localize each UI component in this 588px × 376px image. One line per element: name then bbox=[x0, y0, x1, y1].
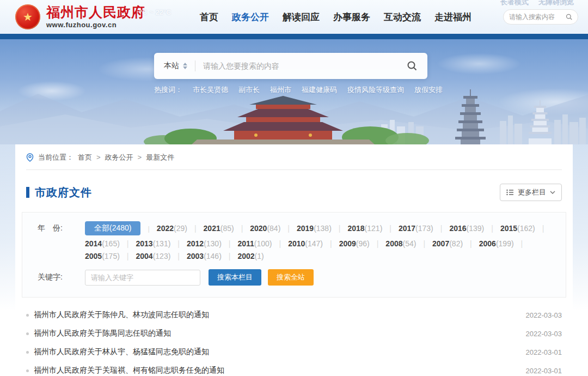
year-filter-2008[interactable]: 2008(54) bbox=[385, 239, 432, 248]
national-emblem-icon: ★ bbox=[15, 4, 40, 29]
page: °C ~ 22°C 长者模式 无障碍浏览 ★ 福州市人民政府 www.fuzho… bbox=[0, 0, 588, 376]
year-label: 年 份: bbox=[38, 223, 85, 233]
more-columns-button[interactable]: 更多栏目 bbox=[500, 184, 562, 201]
content-area: 当前位置： 首页 政务公开 最新文件 市政府文件 bbox=[0, 144, 588, 376]
filter-panel: 年 份: 全部(2480) 2022(29) 2021(85) 2020(84)… bbox=[22, 212, 566, 298]
banner-search-box[interactable]: 本站 bbox=[154, 53, 427, 79]
nav-item-about-fuzhou[interactable]: 走进福州 bbox=[434, 11, 471, 23]
site-url: www.fuzhou.gov.cn bbox=[46, 21, 145, 29]
hot-word[interactable]: 放假安排 bbox=[414, 85, 443, 95]
document-link[interactable]: 福州市人民政府关于林从宇、杨猛猛同志免职的通知 bbox=[34, 347, 209, 357]
quick-links: 长者模式 无障碍浏览 bbox=[500, 0, 574, 7]
breadcrumb-home[interactable]: 首页 bbox=[78, 153, 92, 162]
site-name: 福州市人民政府 bbox=[46, 5, 145, 19]
nav-item-gov-disclosure[interactable]: 政务公开 bbox=[232, 11, 269, 23]
year-filter-2002[interactable]: 2002(1) bbox=[237, 252, 264, 260]
year-filter-2014[interactable]: 2014(165) bbox=[85, 239, 136, 248]
page-title: 市政府文件 bbox=[26, 185, 92, 200]
year-filter-2004[interactable]: 2004(123) bbox=[136, 252, 186, 260]
keyword-label: 关键字: bbox=[38, 272, 85, 282]
year-filter-2018[interactable]: 2018(121) bbox=[347, 224, 398, 233]
search-icon[interactable] bbox=[566, 13, 573, 21]
breadcrumb-gov-disclosure[interactable]: 政务公开 bbox=[92, 153, 133, 162]
title-bar-accent bbox=[26, 187, 29, 198]
document-date: 2022-03-01 bbox=[526, 367, 562, 375]
hot-word[interactable]: 福建健康码 bbox=[302, 85, 337, 95]
chevron-down-icon bbox=[550, 191, 555, 194]
document-date: 2022-03-01 bbox=[526, 348, 562, 356]
year-filter-2003[interactable]: 2003(146) bbox=[187, 252, 237, 260]
year-filter-2015[interactable]: 2015(162) bbox=[500, 224, 551, 233]
document-link[interactable]: 福州市人民政府关于陈禺同志任职的通知 bbox=[34, 329, 171, 338]
hot-word[interactable]: 福州市 bbox=[270, 85, 291, 95]
document-list: 福州市人民政府关于陈仲凡、林功波同志任职的通知 2022-03-03 福州市人民… bbox=[15, 298, 573, 376]
accessibility-link[interactable]: 无障碍浏览 bbox=[538, 0, 574, 7]
bullet-icon bbox=[26, 369, 29, 372]
main-nav: 首页 政务公开 解读回应 办事服务 互动交流 走进福州 bbox=[200, 11, 471, 23]
year-filter-2006[interactable]: 2006(199) bbox=[479, 239, 530, 248]
list-icon bbox=[506, 189, 514, 196]
nav-item-home[interactable]: 首页 bbox=[200, 11, 218, 23]
banner-search-input[interactable] bbox=[203, 62, 407, 70]
year-filter-2011[interactable]: 2011(100) bbox=[237, 239, 288, 248]
year-filter-2021[interactable]: 2021(85) bbox=[204, 224, 250, 233]
search-site-button[interactable]: 搜索全站 bbox=[268, 269, 314, 286]
year-filter-all[interactable]: 全部(2480) bbox=[85, 221, 140, 235]
document-date: 2022-03-03 bbox=[526, 311, 562, 319]
year-filter-2022[interactable]: 2022(29) bbox=[157, 224, 204, 233]
hot-search-label: 热搜词： bbox=[154, 85, 182, 95]
document-row: 福州市人民政府关于陈仲凡、林功波同志任职的通知 2022-03-03 bbox=[26, 306, 562, 324]
hot-word[interactable]: 副市长 bbox=[238, 85, 260, 95]
bullet-icon bbox=[26, 314, 29, 317]
bullet-icon bbox=[26, 351, 29, 354]
document-row: 福州市人民政府关于陈禺同志任职的通知 2022-03-03 bbox=[26, 324, 562, 343]
year-filter-2013[interactable]: 2013(131) bbox=[136, 239, 186, 248]
hot-search-row: 热搜词： 市长吴贤德 副市长 福州市 福建健康码 疫情风险等级查询 放假安排 bbox=[154, 85, 443, 95]
bullet-icon bbox=[26, 332, 29, 335]
search-icon[interactable] bbox=[407, 60, 418, 71]
elder-mode-link[interactable]: 长者模式 bbox=[500, 0, 529, 7]
weather-text: °C ~ 22°C bbox=[139, 8, 171, 16]
keyword-input[interactable] bbox=[85, 270, 200, 286]
hot-word[interactable]: 市长吴贤德 bbox=[193, 85, 228, 95]
site-logo[interactable]: ★ 福州市人民政府 www.fuzhou.gov.cn bbox=[15, 4, 145, 29]
top-header: °C ~ 22°C 长者模式 无障碍浏览 ★ 福州市人民政府 www.fuzho… bbox=[0, 0, 588, 34]
header-search-input[interactable] bbox=[509, 13, 566, 21]
nav-item-interpretation[interactable]: 解读回应 bbox=[283, 11, 320, 23]
banner: 本站 热搜词： 市长吴贤德 副市长 福州市 福建健康码 疫情风险等级查询 放假安… bbox=[0, 39, 588, 144]
search-divider bbox=[195, 60, 195, 71]
breadcrumb: 当前位置： 首页 政务公开 最新文件 bbox=[15, 144, 573, 169]
year-filter-2016[interactable]: 2016(139) bbox=[449, 224, 500, 233]
hot-word[interactable]: 疫情风险等级查询 bbox=[347, 85, 404, 95]
scope-sort-icon bbox=[183, 63, 187, 69]
year-filter-2005[interactable]: 2005(175) bbox=[85, 252, 136, 260]
breadcrumb-divider bbox=[26, 169, 562, 170]
year-filter-2007[interactable]: 2007(82) bbox=[432, 239, 479, 248]
year-filter-2020[interactable]: 2020(84) bbox=[250, 224, 297, 233]
divider-strip bbox=[0, 34, 588, 39]
header-search-box[interactable] bbox=[503, 9, 578, 25]
document-link[interactable]: 福州市人民政府关于关瑞祺、柯有铭同志职务任免的通知 bbox=[34, 366, 224, 375]
search-scope-select[interactable]: 本站 bbox=[164, 61, 187, 71]
content-card: 当前位置： 首页 政务公开 最新文件 市政府文件 bbox=[15, 144, 573, 376]
breadcrumb-prefix: 当前位置： bbox=[38, 153, 74, 162]
year-filter-2010[interactable]: 2010(147) bbox=[288, 239, 339, 248]
search-column-button[interactable]: 搜索本栏目 bbox=[209, 269, 261, 286]
year-filter-2009[interactable]: 2009(96) bbox=[339, 239, 386, 248]
nav-item-interaction[interactable]: 互动交流 bbox=[384, 11, 421, 23]
year-filter-2017[interactable]: 2017(173) bbox=[399, 224, 449, 233]
search-scope-value: 本站 bbox=[164, 61, 179, 71]
document-row: 福州市人民政府关于关瑞祺、柯有铭同志职务任免的通知 2022-03-01 bbox=[26, 361, 562, 376]
document-date: 2022-03-03 bbox=[526, 330, 562, 338]
document-row: 福州市人民政府关于林从宇、杨猛猛同志免职的通知 2022-03-01 bbox=[26, 343, 562, 361]
document-link[interactable]: 福州市人民政府关于陈仲凡、林功波同志任职的通知 bbox=[34, 310, 209, 320]
nav-item-services[interactable]: 办事服务 bbox=[333, 11, 370, 23]
year-separator bbox=[148, 225, 149, 233]
year-filter-2012[interactable]: 2012(130) bbox=[187, 239, 237, 248]
breadcrumb-latest-documents: 最新文件 bbox=[133, 153, 175, 162]
year-filter-2019[interactable]: 2019(138) bbox=[297, 224, 347, 233]
location-pin-icon bbox=[26, 153, 34, 162]
